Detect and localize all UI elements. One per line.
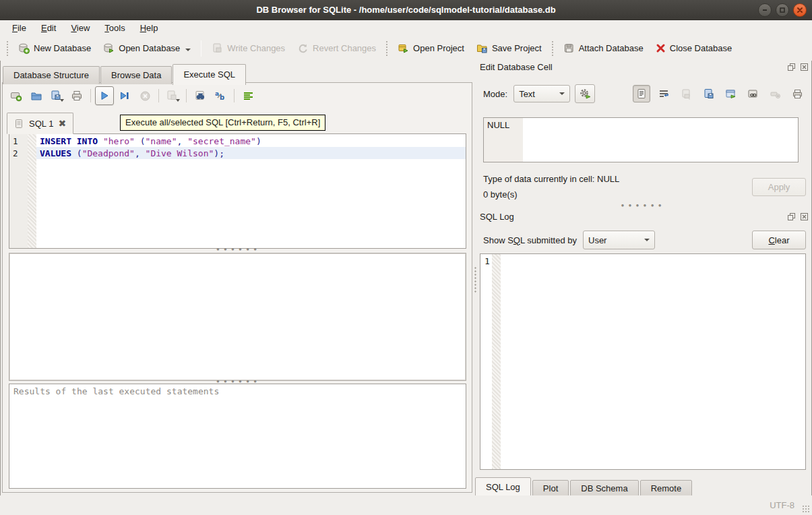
menu-help[interactable]: Help — [133, 21, 165, 35]
open-database-icon — [103, 42, 115, 54]
results-grid[interactable] — [9, 253, 466, 381]
sql-document-tab[interactable]: SQL 1 ✖ — [7, 113, 73, 134]
open-database-dropdown-caret[interactable] — [185, 49, 191, 51]
app-window: DB Browser for SQLite - /home/user/code/… — [0, 0, 812, 515]
maximize-button[interactable] — [776, 3, 789, 17]
pane-splitter-handle[interactable] — [474, 266, 477, 293]
open-in-external-app-button[interactable] — [722, 85, 739, 102]
titlebar[interactable]: DB Browser for SQLite - /home/user/code/… — [0, 0, 812, 20]
new-sql-tab-button[interactable] — [7, 86, 26, 105]
link-icon — [747, 88, 759, 100]
sql-toolbar-separator — [158, 89, 159, 102]
code-line[interactable]: 2VALUES ("Deadpond", "Dive Wilson"); — [9, 147, 466, 159]
export-cell-data-button[interactable] — [699, 85, 717, 102]
play-to-cursor-icon — [119, 90, 130, 101]
toolbar-separator — [201, 40, 201, 57]
set-null-icon — [770, 88, 781, 100]
dock-splitter-handle[interactable]: ● ● ● ● ● ● — [475, 204, 809, 208]
results-message-area[interactable]: Results of the last executed statements — [9, 384, 466, 489]
execute-all-button[interactable] — [95, 86, 114, 105]
new-database-icon — [18, 42, 30, 54]
window-title: DB Browser for SQLite - /home/user/code/… — [256, 5, 555, 15]
sql-log-area[interactable]: 1 — [480, 253, 806, 470]
import-cell-data-button — [677, 85, 695, 102]
menu-edit[interactable]: Edit — [34, 21, 63, 35]
menu-tools[interactable]: Tools — [98, 21, 131, 35]
sql-log-controls: Show SQL submitted by User Clear — [483, 230, 806, 250]
dock-tab-sql-log[interactable]: SQL Log — [475, 477, 531, 497]
sql-tab-label: SQL 1 — [29, 119, 53, 129]
print-sql-button[interactable] — [67, 86, 86, 105]
sql-toolbar: a b — [7, 86, 257, 105]
cell-value-text: NULL — [487, 120, 509, 130]
toolbar-drag-handle[interactable] — [5, 40, 9, 57]
sql-toolbar-separator — [234, 89, 235, 102]
minimize-button[interactable] — [758, 3, 772, 17]
float-dock-icon[interactable] — [786, 63, 796, 72]
encoding-indicator: UTF-8 — [770, 500, 794, 510]
save-project-button[interactable]: Save Project — [470, 39, 548, 57]
sql-toolbar-separator — [90, 89, 91, 102]
auto-apply-button[interactable] — [575, 84, 595, 103]
attach-database-button[interactable]: Attach Database — [557, 39, 650, 57]
gear-icon — [579, 88, 591, 100]
cell-value-editor[interactable]: NULL — [483, 117, 799, 162]
close-button[interactable] — [793, 3, 807, 17]
close-database-button[interactable]: Close Database — [650, 40, 739, 57]
sql-log-dock-titlebar[interactable]: SQL Log — [480, 212, 809, 222]
clear-log-button[interactable]: Clear — [752, 231, 806, 249]
format-sql-button[interactable] — [239, 86, 257, 105]
float-dock-icon[interactable] — [786, 212, 796, 222]
open-sql-file-new-tab-button[interactable] — [47, 86, 66, 105]
edit-cell-dock-titlebar[interactable]: Edit Database Cell — [480, 62, 809, 72]
cell-type-info: Type of data currently in cell: NULL — [483, 174, 619, 184]
splitter-handle[interactable]: ● ● ● ● ● ● — [3, 247, 472, 251]
apply-button: Apply — [752, 178, 806, 196]
resize-grip[interactable] — [802, 505, 810, 513]
new-tab-icon — [10, 90, 22, 102]
edit-cell-mode-row: Mode: Text — [483, 84, 806, 104]
execute-current-line-button[interactable] — [115, 86, 134, 105]
copy-link-button[interactable] — [744, 85, 761, 102]
save-project-icon — [476, 42, 488, 54]
sql-code[interactable]: 1INSERT INTO "hero" ("name", "secret_nam… — [9, 135, 466, 159]
menu-view[interactable]: View — [64, 21, 96, 35]
log-filter-select[interactable]: User — [583, 231, 655, 249]
cell-size-info: 0 byte(s) — [483, 189, 518, 200]
text-mode-toggle[interactable] — [633, 85, 650, 102]
open-file-dropdown-caret[interactable] — [60, 99, 64, 102]
code-line[interactable]: 1INSERT INTO "hero" ("name", "secret_nam… — [9, 135, 466, 147]
print-cell-button[interactable] — [788, 85, 806, 102]
open-database-button[interactable]: Open Database — [97, 39, 197, 57]
stop-execution-button — [135, 86, 154, 105]
svg-text:a: a — [215, 90, 219, 97]
menu-file[interactable]: File — [5, 21, 33, 35]
open-project-button[interactable]: Open Project — [392, 39, 470, 57]
main-tab-bar: Database Structure Browse Data Execute S… — [3, 64, 247, 84]
word-wrap-icon — [658, 88, 669, 99]
close-dock-icon[interactable] — [799, 63, 809, 72]
sql-log-dock-title: SQL Log — [480, 212, 786, 222]
tab-database-structure[interactable]: Database Structure — [3, 66, 100, 84]
text-document-icon — [636, 88, 647, 99]
mode-select[interactable]: Text — [513, 85, 570, 102]
tab-execute-sql[interactable]: Execute SQL — [173, 64, 246, 85]
close-dock-icon[interactable] — [799, 212, 809, 222]
sql-editor[interactable]: 1INSERT INTO "hero" ("name", "secret_nam… — [9, 133, 466, 249]
statusbar: UTF-8 — [0, 495, 812, 515]
replace-button[interactable]: a b — [211, 86, 230, 105]
replace-icon: a b — [214, 90, 226, 102]
new-database-button[interactable]: New Database — [12, 39, 97, 57]
log-fold-margin — [492, 254, 501, 469]
results-placeholder: Results of the last executed statements — [13, 386, 219, 396]
write-changes-button: Write Changes — [206, 39, 291, 57]
find-button[interactable] — [191, 86, 210, 105]
word-wrap-toggle[interactable] — [655, 85, 673, 102]
window-controls — [758, 3, 807, 17]
toolbar-drag-handle[interactable] — [551, 40, 555, 57]
execute-tooltip: Execute all/selected SQL [Ctrl+Return, F… — [120, 115, 325, 131]
open-sql-file-button[interactable] — [27, 86, 46, 105]
sql-tab-close-icon[interactable]: ✖ — [58, 118, 66, 129]
toolbar-drag-handle[interactable] — [385, 40, 389, 57]
tab-browse-data[interactable]: Browse Data — [100, 66, 172, 84]
